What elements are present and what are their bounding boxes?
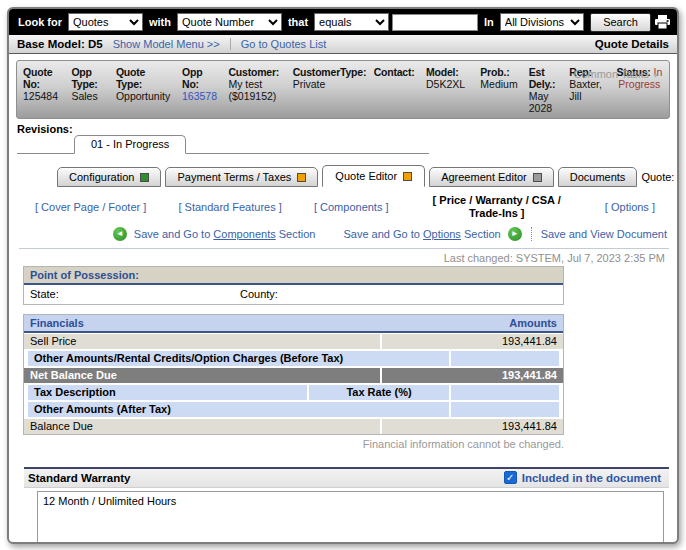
- orange-status-square-icon: [403, 172, 412, 181]
- standard-warranty-header: Standard Warranty Included in the docume…: [24, 467, 669, 488]
- quote-export-group: Quote: W A: [641, 170, 679, 187]
- warranty-textarea[interactable]: 12 Month / Unlimited Hours: [37, 491, 664, 544]
- quote-no-field: Quote No: 125484: [23, 66, 62, 114]
- in-label: In: [481, 16, 497, 28]
- printer-icon[interactable]: [654, 15, 671, 30]
- quote-details-page: Look for Quotes with Quote Number that e…: [7, 7, 679, 544]
- sell-price-label: Sell Price: [24, 334, 380, 349]
- point-of-possession-header: Point of Possession:: [24, 267, 563, 285]
- look-for-label: Look for: [15, 16, 65, 28]
- tax-description-label: Tax Description: [28, 385, 307, 400]
- search-value-input[interactable]: [392, 14, 478, 31]
- save-actions-row: ◄ Save and Go to Components Section Save…: [9, 222, 677, 244]
- net-balance-row: Net Balance Due 193,441.84: [24, 368, 563, 383]
- subnav-standard-features-link[interactable]: [ Standard Features ]: [178, 201, 281, 213]
- tab-configuration[interactable]: Configuration: [57, 167, 161, 187]
- state-label: State:: [30, 288, 240, 300]
- opp-type-field: Opp Type: Sales: [71, 66, 106, 114]
- tab-agreement-editor[interactable]: Agreement Editor: [429, 167, 554, 187]
- balance-due-amount: 193,441.84: [382, 419, 563, 434]
- base-model-label: Base Model: D5: [17, 38, 103, 50]
- revisions-strip: 01 - In Progress: [17, 135, 429, 154]
- arrow-right-circle-icon[interactable]: ►: [508, 227, 522, 241]
- point-of-possession-row: State: County:: [24, 285, 563, 304]
- net-balance-amount: 193,441.84: [382, 368, 563, 383]
- global-search-bar: Look for Quotes with Quote Number that e…: [9, 9, 677, 35]
- gray-status-square-icon: [533, 173, 542, 182]
- with-label: with: [146, 16, 174, 28]
- balance-due-label: Balance Due: [24, 419, 380, 434]
- county-label: County:: [240, 288, 278, 300]
- revision-tab[interactable]: 01 - In Progress: [74, 135, 186, 154]
- revisions-label: Revisions:: [17, 123, 677, 135]
- common-tasks-menu[interactable]: Common Tasks▼: [573, 68, 659, 80]
- contact-field: Contact:: [374, 66, 417, 114]
- tab-documents[interactable]: Documents: [558, 167, 638, 187]
- go-to-quotes-list-link[interactable]: Go to Quotes List: [241, 38, 327, 50]
- orange-status-square-icon: [297, 173, 306, 182]
- est-dely-field: Est Dely.: May 2028: [529, 66, 561, 114]
- main-tab-row: Configuration Payment Terms / Taxes Quot…: [9, 165, 677, 187]
- standard-warranty-title: Standard Warranty: [28, 472, 130, 484]
- divider: [230, 38, 231, 50]
- financials-note: Financial information cannot be changed.: [9, 438, 564, 450]
- after-tax-label: Other Amounts (After Tax): [28, 402, 449, 417]
- tax-row: Tax Description Tax Rate (%): [28, 385, 559, 400]
- arrow-left-circle-icon[interactable]: ◄: [113, 227, 127, 241]
- before-tax-amount-cell: [451, 351, 559, 366]
- customer-field: Customer: My test ($019152): [228, 66, 283, 114]
- tax-rate-label: Tax Rate (%): [309, 385, 449, 400]
- opp-no-field: Opp No: 163578: [182, 66, 219, 114]
- before-tax-label: Other Amounts/Rental Credits/Option Char…: [28, 351, 449, 366]
- tab-quote-editor[interactable]: Quote Editor: [322, 165, 425, 187]
- quote-summary-panel: Quote No: 125484 Opp Type: Sales Quote T…: [16, 60, 670, 119]
- search-field-select[interactable]: Quote Number: [177, 13, 282, 31]
- quote-type-field: Quote Type: Opportunity: [116, 66, 173, 114]
- that-label: that: [285, 16, 311, 28]
- subnav-options-link[interactable]: [ Options ]: [605, 201, 655, 213]
- financials-table: Financials Amounts Sell Price 193,441.84…: [23, 314, 564, 435]
- customer-type-field: CustomerType: Private: [293, 66, 365, 114]
- model-bar: Base Model: D5 Show Model Menu >> Go to …: [9, 35, 677, 54]
- after-tax-amount-cell: [451, 402, 559, 417]
- tab-payment-terms[interactable]: Payment Terms / Taxes: [165, 167, 318, 187]
- point-of-possession-box: Point of Possession: State: County:: [23, 266, 564, 305]
- financials-header-row: Financials Amounts: [24, 315, 563, 333]
- standard-warranty-section: Standard Warranty Included in the docume…: [24, 467, 669, 544]
- chevron-down-icon: ▼: [652, 72, 659, 79]
- prob-field: Prob.: Medium: [480, 66, 519, 114]
- quote-editor-subnav: [ Cover Page / Footer ] [ Standard Featu…: [9, 187, 677, 222]
- tax-amount-cell: [451, 385, 559, 400]
- balance-due-row: Balance Due 193,441.84: [24, 419, 563, 434]
- before-tax-row: Other Amounts/Rental Credits/Option Char…: [28, 351, 559, 366]
- subnav-components-link[interactable]: [ Components ]: [314, 201, 389, 213]
- after-tax-row: Other Amounts (After Tax): [28, 402, 559, 417]
- show-model-menu-link[interactable]: Show Model Menu >>: [113, 38, 220, 50]
- included-label: Included in the document: [522, 472, 661, 484]
- last-changed-text: Last changed: SYSTEM, Jul 7, 2023 2:35 P…: [9, 249, 677, 266]
- search-button[interactable]: Search: [590, 13, 651, 32]
- amounts-header: Amounts: [379, 317, 557, 329]
- included-in-document-group: Included in the document: [504, 471, 661, 484]
- sell-price-amount: 193,441.84: [382, 334, 563, 349]
- dotted-divider: [531, 227, 532, 241]
- opp-no-link[interactable]: 163578: [182, 90, 217, 102]
- net-balance-label: Net Balance Due: [24, 368, 380, 383]
- model-field: Model: D5K2XL: [426, 66, 471, 114]
- subnav-cover-page-link[interactable]: [ Cover Page / Footer ]: [35, 201, 146, 213]
- sell-price-row: Sell Price 193,441.84: [24, 334, 563, 349]
- operator-select[interactable]: equals: [314, 13, 389, 31]
- quote-label: Quote:: [641, 171, 674, 183]
- subnav-current-section: [ Price / Warranty / CSA / Trade-Ins ]: [421, 194, 573, 220]
- green-status-square-icon: [140, 173, 149, 182]
- record-type-select[interactable]: Quotes: [68, 13, 143, 31]
- financials-title: Financials: [30, 317, 379, 329]
- save-go-components-link[interactable]: Save and Go to Components Section: [134, 228, 316, 240]
- included-checkbox[interactable]: [504, 471, 517, 484]
- save-go-options-link[interactable]: Save and Go to Options Section: [343, 228, 500, 240]
- save-view-document-link[interactable]: Save and View Document: [541, 228, 667, 240]
- division-select[interactable]: All Divisions: [500, 13, 584, 31]
- word-document-icon[interactable]: W: [678, 170, 679, 184]
- page-title: Quote Details: [595, 38, 669, 50]
